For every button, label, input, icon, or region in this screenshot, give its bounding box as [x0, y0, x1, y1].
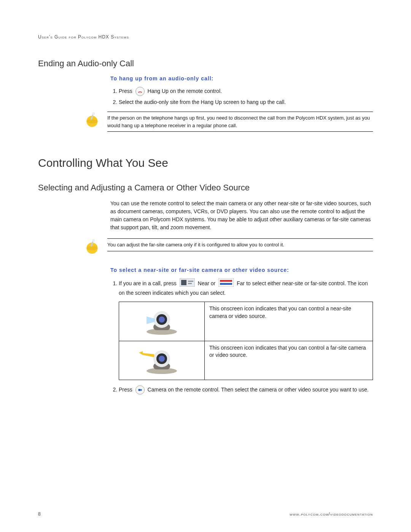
para-intro: You can use the remote control to select… [110, 200, 373, 232]
table-desc-near: This onscreen icon indicates that you ca… [205, 302, 373, 341]
step-sel-2-post: Camera on the remote control. Then selec… [148, 387, 369, 393]
svg-rect-11 [188, 283, 192, 284]
camera-near-icon [119, 302, 205, 341]
step-1-pre: Press [119, 88, 134, 94]
page-number: 8 [38, 511, 41, 517]
table-row: This onscreen icon indicates that you ca… [119, 302, 373, 341]
camera-icon-table: This onscreen icon indicates that you ca… [119, 302, 373, 380]
step-sel-1-pre: If you are in a call, press [119, 280, 178, 286]
svg-marker-27 [139, 351, 143, 355]
steps-hang-up: Press Hang Up on the remote control. Sel… [110, 87, 373, 106]
heading-controlling: Controlling What You See [38, 157, 373, 169]
table-row: This onscreen icon indicates that you ca… [119, 341, 373, 380]
svg-point-5 [86, 246, 97, 250]
svg-point-7 [92, 239, 95, 242]
task-select-camera: To select a near-site or far-site camera… [110, 267, 373, 273]
note-far-site: You can adjust the far-site camera only … [107, 238, 373, 251]
svg-point-1 [86, 119, 97, 123]
steps-select-camera: If you are in a call, press Near or Far … [110, 278, 373, 395]
heading-selecting-camera: Selecting and Adjusting a Camera or Othe… [38, 183, 373, 193]
svg-rect-12 [218, 278, 234, 287]
near-button-icon [180, 278, 195, 289]
svg-rect-28 [138, 389, 140, 391]
footer-url: www.polycom.com/videodocumentation [290, 511, 373, 517]
step-1-post: Hang Up on the remote control. [148, 88, 222, 94]
svg-rect-14 [220, 283, 232, 285]
step-sel-1: If you are in a call, press Near or Far … [119, 278, 373, 380]
camera-far-icon [119, 341, 205, 380]
svg-rect-10 [188, 281, 193, 282]
svg-point-3 [92, 112, 95, 115]
camera-button-icon [135, 385, 145, 395]
svg-point-19 [159, 316, 165, 323]
svg-marker-29 [140, 389, 142, 391]
note-hang-up: If the person on the telephone hangs up … [107, 112, 373, 132]
task-hang-up: To hang up from an audio-only call: [110, 75, 373, 81]
step-sel-2: Press Camera on the remote control. Then… [119, 385, 373, 395]
svg-rect-13 [220, 280, 232, 282]
far-button-icon [218, 278, 234, 289]
step-1: Press Hang Up on the remote control. [119, 87, 373, 96]
step-sel-2-pre: Press [119, 387, 134, 393]
running-header: User's Guide for Polycom HDX Systems [38, 34, 373, 40]
svg-rect-9 [181, 280, 186, 285]
pin-note-icon [84, 112, 100, 129]
svg-point-25 [159, 356, 165, 362]
heading-ending-call: Ending an Audio-only Call [38, 59, 373, 69]
pin-note-icon [84, 238, 100, 256]
step-2: Select the audio-only site from the Hang… [119, 98, 373, 106]
step-sel-1-near: Near or [198, 280, 217, 286]
table-desc-far: This onscreen icon indicates that you ca… [205, 341, 373, 380]
hangup-button-icon [135, 87, 145, 96]
